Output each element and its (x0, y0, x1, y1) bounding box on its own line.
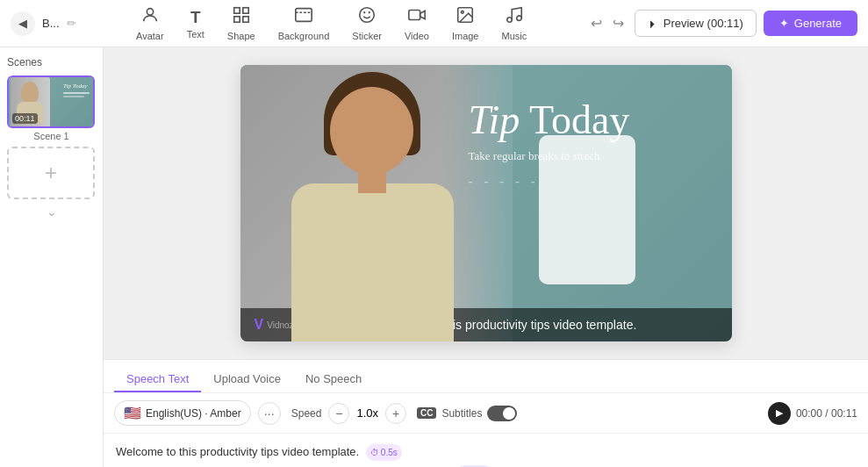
language-label: English(US) · Amber (146, 407, 241, 420)
preview-button[interactable]: ⏵ Preview (00:11) (635, 10, 757, 37)
generate-sparkle-icon: ✦ (779, 17, 789, 30)
white-card (539, 135, 635, 284)
vidnoz-label: Vidnoz (267, 320, 293, 330)
speech-line-1: Welcome to this productivity tips video … (116, 442, 856, 462)
flag-icon: 🇺🇸 (124, 405, 141, 421)
speech-text-area[interactable]: Welcome to this productivity tips video … (104, 434, 868, 467)
avatar-icon (140, 5, 160, 29)
tool-avatar-label: Avatar (136, 31, 164, 41)
speed-plus-button[interactable]: + (385, 403, 406, 424)
text-icon: T (190, 8, 201, 27)
scene-timer: 00:11 (12, 113, 38, 124)
add-scene-button[interactable]: + (7, 147, 95, 199)
tool-sticker-label: Sticker (352, 31, 382, 41)
back-button[interactable]: ◀ (11, 11, 35, 36)
chevron-down-icon[interactable]: ⌄ (7, 205, 96, 219)
shape-icon (232, 5, 251, 29)
tool-text[interactable]: T Text (176, 4, 215, 43)
redo-button[interactable]: ↪ (609, 11, 628, 35)
speech-text-1: Welcome to this productivity tips video … (116, 445, 359, 458)
canvas-wrapper: Tip Today Take regular breaks to strech … (104, 47, 868, 359)
speech-controls: 🇺🇸 English(US) · Amber ··· Speed − 1.0x … (104, 393, 868, 434)
svg-rect-10 (409, 11, 420, 20)
more-options-button[interactable]: ··· (258, 402, 281, 425)
video-icon (407, 5, 427, 29)
play-button[interactable]: ▶ 00:00 / 00:11 (768, 402, 857, 425)
speed-value: 1.0x (356, 406, 378, 420)
speech-tabs: Speech Text Upload Voice No Speech (104, 360, 868, 393)
subtitles-control: CC Subtitles (417, 406, 517, 421)
tool-text-label: Text (187, 29, 204, 40)
preview-label: Preview (00:11) (664, 17, 743, 30)
speed-label: Speed (291, 407, 322, 420)
project-name: B... (42, 17, 60, 30)
edit-icon[interactable]: ✏ (67, 17, 76, 30)
tool-background-label: Background (278, 31, 330, 41)
svg-rect-5 (296, 9, 312, 22)
svg-point-14 (517, 16, 522, 20)
generate-label: Generate (794, 17, 842, 30)
canvas[interactable]: Tip Today Take regular breaks to strech … (240, 65, 732, 341)
image-icon (456, 5, 475, 29)
tool-sticker[interactable]: Sticker (341, 2, 392, 45)
svg-rect-4 (243, 17, 248, 22)
tool-music[interactable]: Music (491, 2, 537, 45)
subtitles-toggle[interactable] (487, 406, 517, 421)
speed-minus-button[interactable]: − (328, 403, 349, 424)
tool-image-label: Image (452, 31, 479, 41)
cc-badge: CC (417, 407, 436, 419)
tool-video[interactable]: Video (394, 2, 440, 45)
svg-rect-3 (233, 17, 239, 22)
svg-point-7 (360, 8, 375, 23)
svg-rect-1 (233, 8, 239, 13)
svg-rect-2 (243, 8, 248, 13)
content-area: Tip Today Take regular breaks to strech … (104, 47, 868, 467)
speech-panel: Speech Text Upload Voice No Speech 🇺🇸 En… (104, 359, 868, 467)
svg-point-13 (507, 18, 513, 23)
music-icon (505, 5, 524, 29)
vidnoz-v-icon: V (255, 317, 264, 333)
tip-italic-text: Tip (469, 97, 520, 142)
background-icon (294, 5, 313, 29)
svg-point-0 (147, 9, 153, 15)
preview-play-icon: ⏵ (648, 18, 658, 30)
tool-avatar[interactable]: Avatar (126, 2, 175, 45)
scene-1-thumb: Tip Today 00:11 (7, 75, 95, 128)
speech-line-2: Here, show your tips to boost working pr… (116, 463, 856, 467)
clock-icon-1: ⏱ (370, 445, 379, 460)
scenes-label: Scenes (7, 56, 96, 68)
tab-upload-voice[interactable]: Upload Voice (201, 367, 293, 392)
tool-background[interactable]: Background (268, 2, 341, 45)
sticker-icon (357, 5, 377, 29)
scene-name: Scene 1 (7, 131, 96, 141)
toolbar-right: ↩ ↪ ⏵ Preview (00:11) ✦ Generate (587, 10, 857, 37)
tool-video-label: Video (405, 31, 429, 41)
vidnoz-logo: V Vidnoz (255, 317, 294, 333)
toolbar-tools: Avatar T Text Shape Background Sticker (80, 2, 584, 45)
toolbar: ◀ B... ✏ Avatar T Text Shape Ba (0, 0, 868, 47)
tab-speech-text[interactable]: Speech Text (114, 367, 201, 392)
tool-image[interactable]: Image (441, 2, 490, 45)
tab-no-speech[interactable]: No Speech (293, 367, 374, 392)
sidebar: Scenes Tip Today 00:11 Scene 1 + ⌄ (0, 47, 104, 467)
tool-shape[interactable]: Shape (217, 2, 266, 45)
undo-button[interactable]: ↩ (587, 11, 606, 35)
play-triangle-icon: ▶ (776, 407, 783, 419)
add-scene-icon: + (45, 161, 57, 185)
toolbar-left: ◀ B... ✏ (11, 11, 76, 36)
language-selector[interactable]: 🇺🇸 English(US) · Amber (114, 400, 251, 426)
subtitles-label: Subtitles (441, 407, 482, 420)
svg-point-12 (462, 11, 464, 13)
tool-music-label: Music (501, 31, 527, 41)
time-badge-value-1: 0.5s (381, 445, 398, 460)
undo-redo-group: ↩ ↪ (587, 11, 628, 35)
time-display: 00:00 / 00:11 (796, 407, 857, 420)
generate-button[interactable]: ✦ Generate (764, 11, 857, 36)
time-badge-1: ⏱ 0.5s (366, 444, 402, 461)
tool-shape-label: Shape (227, 31, 255, 41)
main-area: Scenes Tip Today 00:11 Scene 1 + ⌄ (0, 47, 868, 467)
scene-1[interactable]: Tip Today 00:11 Scene 1 (7, 75, 96, 141)
play-circle-icon: ▶ (768, 402, 791, 425)
